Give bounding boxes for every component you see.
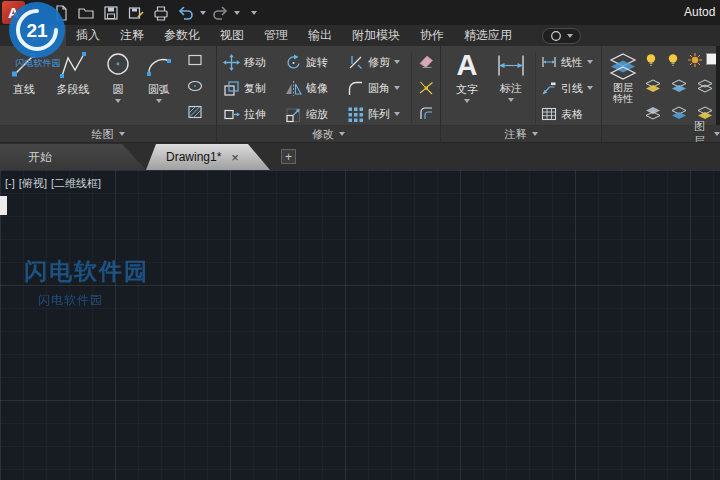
layer-walk-button[interactable] [670,103,688,121]
layer-isolate-button[interactable] [670,77,688,95]
ribbon-tab-insert[interactable]: 插入 [66,25,110,46]
layer-properties-button[interactable]: 图层 特性 [606,48,640,104]
panel-expand-icon [339,132,345,136]
ribbon-tab-view[interactable]: 视图 [210,25,254,46]
arc-icon [144,50,174,80]
drawing-canvas[interactable]: [-] [俯视] [二维线框] 闪电软件园 闪电软件园 [0,170,720,480]
ribbon-tab-featured-apps[interactable]: 精选应用 [454,25,522,46]
ribbon-tab-annotate[interactable]: 注释 [110,25,154,46]
watermark-text-small: 闪电软件园 [38,292,103,309]
save-button[interactable] [100,2,122,23]
plot-icon [152,4,170,22]
table-button[interactable]: 表格 [541,104,583,124]
trim-icon [347,54,364,71]
leader-button[interactable]: 引线 [541,78,593,98]
fillet-button[interactable]: 圆角 [347,78,400,98]
ribbon-tab-bar: 默认 插入 注释 参数化 视图 管理 输出 附加模块 协作 精选应用 [0,25,720,46]
arc-dropdown-icon [156,99,162,103]
layer-properties-label-2: 特性 [613,93,633,104]
mirror-icon [285,80,302,97]
undo-button[interactable] [175,2,197,23]
layer-freeze-button[interactable] [686,51,704,69]
dimension-icon [496,52,526,79]
redo-icon [211,4,229,22]
autocad-window: A Au [0,0,720,480]
quick-access-toolbar [50,0,257,25]
file-tab-start[interactable]: 开始 [0,144,146,170]
undo-dropdown-icon[interactable] [200,11,206,15]
copy-button[interactable]: 复制 [223,78,266,98]
fillet-dropdown-icon [394,86,400,90]
erase-button[interactable] [417,52,435,70]
linear-dimension-button[interactable]: 线性 [541,52,593,72]
text-button[interactable]: A 文字 [447,46,487,103]
new-drawing-button[interactable]: + [281,149,296,164]
stretch-button[interactable]: 拉伸 [223,104,266,124]
dimension-button[interactable]: 标注 [491,48,531,102]
panel-layers: 图层 特性 [602,46,720,142]
layer-lock-button[interactable] [696,77,714,95]
panel-title-layers[interactable]: 图层 [602,125,720,142]
arc-button[interactable]: 圆弧 [138,46,180,103]
qat-customize-icon[interactable] [251,11,257,15]
linear-icon [541,54,557,70]
panel-title-annotate[interactable]: 注释 [441,125,601,142]
redo-button[interactable] [209,2,231,23]
ribbon-tab-addins[interactable]: 附加模块 [342,25,410,46]
ribbon-tab-collaborate[interactable]: 协作 [410,25,454,46]
scale-icon [285,106,302,123]
rectangle-icon [187,52,203,68]
close-tab-icon[interactable]: × [231,151,239,164]
rotate-button[interactable]: 旋转 [285,52,328,72]
layer-stack-icon [645,104,661,120]
redo-dropdown-icon[interactable] [234,11,240,15]
layer-match-button[interactable] [644,103,662,121]
hatch-button[interactable] [186,103,204,121]
explode-button[interactable] [417,78,435,96]
open-file-button[interactable] [75,2,97,23]
viewport-menu-control[interactable]: [-] [5,177,15,189]
layer-stack-icon [697,104,713,120]
stretch-icon [223,106,240,123]
panel-expand-icon [532,132,538,136]
text-tool-icon: A [457,50,478,80]
panel-modify: 移动 旋转 修剪 复制 镜像 圆角 [217,46,440,142]
layer-state-button[interactable] [644,77,662,95]
move-button[interactable]: 移动 [223,52,266,72]
circle-icon [103,50,133,80]
fillet-icon [347,80,364,97]
plot-button[interactable] [150,2,172,23]
layer-stack-icon [697,78,713,94]
titlebar: A Au [0,0,720,25]
ribbon-tab-output[interactable]: 输出 [298,25,342,46]
trim-button[interactable]: 修剪 [347,52,400,72]
layer-properties-icon [609,52,637,80]
viewport-visual-style-control[interactable]: [二维线框] [51,177,101,189]
file-tab-drawing1[interactable]: Drawing1* × [146,144,270,170]
save-as-button[interactable] [125,2,147,23]
watermark-text-large: 闪电软件园 [24,256,149,287]
viewport-view-control[interactable]: [俯视] [19,177,47,189]
watermark-badge-icon: 21 [8,1,66,59]
rectangle-button[interactable] [186,51,204,69]
ribbon: 直线 多段线 圆 圆弧 [0,46,720,142]
scale-button[interactable]: 缩放 [285,104,328,124]
circle-button[interactable]: 圆 [100,46,136,103]
layer-off-button[interactable] [642,51,660,69]
panel-title-modify[interactable]: 修改 [217,125,440,142]
ribbon-display-toggle[interactable] [542,28,581,44]
panel-expand-icon [119,132,125,136]
mirror-button[interactable]: 镜像 [285,78,328,98]
open-file-icon [77,4,95,22]
ribbon-tab-parametric[interactable]: 参数化 [154,25,210,46]
ellipse-button[interactable] [186,77,204,95]
array-button[interactable]: 阵列 [347,104,400,124]
panel-title-draw[interactable]: 绘图 [0,125,216,142]
file-tab-bar: 开始 Drawing1* × + [0,142,720,170]
explode-icon [418,79,434,95]
ribbon-tab-manage[interactable]: 管理 [254,25,298,46]
watermark-badge: 21 [8,1,66,63]
window-title: Autod [684,5,720,19]
offset-button[interactable] [417,104,435,122]
layer-on-button[interactable] [664,51,682,69]
